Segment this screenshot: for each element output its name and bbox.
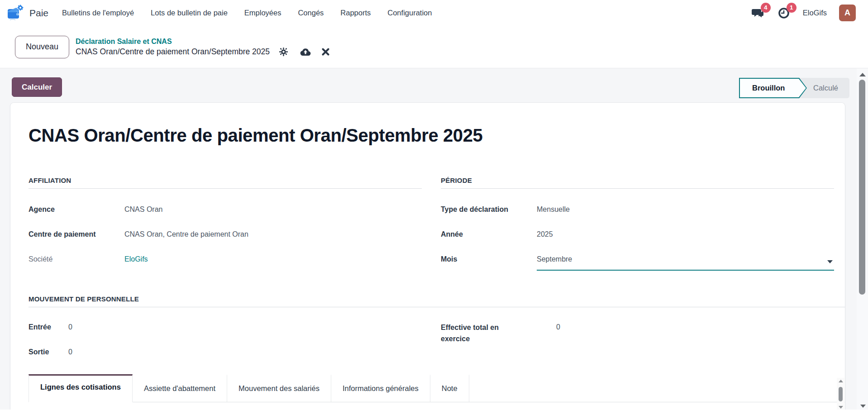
menu-configuration[interactable]: Configuration <box>387 9 432 17</box>
mois-selected-value: Septembre <box>537 255 572 263</box>
field-label-type-declaration: Type de déclaration <box>441 204 537 215</box>
chevron-down-icon <box>827 260 833 263</box>
breadcrumb-current: CNAS Oran/Centre de paiement Oran/Septem… <box>76 47 270 57</box>
nav-right: 4 1 EloGifs A <box>751 5 868 21</box>
activities-button[interactable]: 1 <box>777 6 791 20</box>
field-label-sortie: Sortie <box>29 347 68 357</box>
top-nav: Paie Bulletins de l'employé Lots de bull… <box>0 0 868 26</box>
save-cloud-icon[interactable] <box>300 48 311 56</box>
field-label-centre-paiement: Centre de paiement <box>29 229 124 239</box>
menu-lots-bulletin[interactable]: Lots de bulletin de paie <box>151 9 228 17</box>
form-sheet: CNAS Oran/Centre de paiement Oran/Septem… <box>10 102 845 410</box>
group-affiliation: AFFILIATION Agence CNAS Oran Centre de p… <box>29 176 422 279</box>
mouvement-right-column: Effective total en exercice 0 <box>441 322 834 372</box>
field-row-sortie: Sortie 0 <box>29 347 422 372</box>
field-row-societe: Société EloGifs <box>29 254 422 279</box>
paie-app-icon <box>6 4 24 23</box>
tab-lignes-cotisations[interactable]: Lignes des cotisations <box>29 374 133 402</box>
settings-gear-icon[interactable] <box>279 47 288 57</box>
field-row-effectif-total: Effective total en exercice 0 <box>441 322 834 347</box>
field-row-type-declaration: Type de déclaration Mensuelle <box>441 204 834 229</box>
breadcrumb: Déclaration Salaire et CNAS CNAS Oran/Ce… <box>76 38 329 57</box>
group-periode: PÉRIODE Type de déclaration Mensuelle An… <box>441 176 834 279</box>
field-label-entree: Entrée <box>29 322 68 332</box>
main-scrollbar[interactable] <box>857 68 868 410</box>
group-mouvement: MOUVEMENT DE PERSONNELLE Entrée 0 Sortie… <box>29 295 845 372</box>
field-value-centre-paiement: CNAS Oran, Centre de paiement Oran <box>124 229 248 239</box>
menu-bulletins-employe[interactable]: Bulletins de l'employé <box>62 9 134 17</box>
mouvement-heading: MOUVEMENT DE PERSONNELLE <box>29 295 845 307</box>
field-value-societe-link[interactable]: EloGifs <box>124 254 148 264</box>
status-step-brouillon[interactable]: Brouillon <box>739 78 807 98</box>
field-value-type-declaration: Mensuelle <box>537 204 570 215</box>
new-record-button[interactable]: Nouveau <box>15 36 69 58</box>
mois-select[interactable]: Septembre <box>537 254 834 271</box>
field-value-agence: CNAS Oran <box>124 204 162 215</box>
content-area: Calculer Calculé Brouillon CNAS Oran/Cen… <box>0 68 868 410</box>
tab-informations-generales[interactable]: Informations générales <box>331 374 430 402</box>
user-avatar[interactable]: A <box>839 5 856 21</box>
activities-badge: 1 <box>787 3 796 13</box>
field-row-agence: Agence CNAS Oran <box>29 204 422 229</box>
field-value-entree: 0 <box>68 322 72 332</box>
status-pipeline: Calculé Brouillon <box>739 78 849 98</box>
field-label-agence: Agence <box>29 204 124 215</box>
periode-heading: PÉRIODE <box>441 176 834 189</box>
field-label-effectif-total: Effective total en exercice <box>441 322 556 344</box>
mouvement-left-column: Entrée 0 Sortie 0 <box>29 322 422 372</box>
discard-x-icon[interactable] <box>322 48 329 56</box>
messages-button[interactable]: 4 <box>751 6 765 20</box>
tab-content-scrollbar[interactable] <box>837 378 844 410</box>
main-scroll-down-arrow-icon[interactable] <box>860 405 866 408</box>
main-menu: Bulletins de l'employé Lots de bulletin … <box>62 9 432 17</box>
field-value-sortie: 0 <box>68 347 72 357</box>
company-switcher[interactable]: EloGifs <box>803 9 827 17</box>
field-label-annee: Année <box>441 229 537 239</box>
notebook-tabs: Lignes des cotisations Assiette d'abatte… <box>29 374 845 402</box>
app-name[interactable]: Paie <box>29 8 48 19</box>
scroll-up-arrow-icon[interactable] <box>839 380 843 382</box>
record-title: CNAS Oran/Centre de paiement Oran/Septem… <box>29 125 834 146</box>
messages-badge: 4 <box>761 3 771 13</box>
field-label-societe: Société <box>29 254 124 264</box>
menu-conges[interactable]: Congés <box>298 9 324 17</box>
control-panel: Nouveau Déclaration Salaire et CNAS CNAS… <box>0 26 868 68</box>
scroll-down-arrow-icon[interactable] <box>839 406 843 409</box>
tab-mouvement-salaries[interactable]: Mouvement des salariés <box>227 374 331 402</box>
app-brand[interactable]: Paie <box>6 4 48 23</box>
menu-employees[interactable]: Employées <box>244 9 281 17</box>
main-scroll-up-arrow-icon[interactable] <box>859 73 866 76</box>
field-label-mois: Mois <box>441 254 537 264</box>
tab-assiette-abattement[interactable]: Assiette d'abattement <box>133 374 227 402</box>
field-row-entree: Entrée 0 <box>29 322 422 347</box>
menu-rapports[interactable]: Rapports <box>340 9 371 17</box>
main-scrollbar-thumb[interactable] <box>859 80 865 295</box>
field-row-annee: Année 2025 <box>441 229 834 254</box>
tab-note[interactable]: Note <box>430 374 469 402</box>
field-value-annee: 2025 <box>537 229 553 239</box>
compute-button[interactable]: Calculer <box>12 77 62 97</box>
field-value-effectif-total: 0 <box>556 322 560 332</box>
affiliation-heading: AFFILIATION <box>29 176 422 189</box>
field-row-mois: Mois Septembre <box>441 254 834 279</box>
field-row-centre-paiement: Centre de paiement CNAS Oran, Centre de … <box>29 229 422 254</box>
tab-scrollbar-thumb[interactable] <box>839 387 843 401</box>
breadcrumb-parent-link[interactable]: Déclaration Salaire et CNAS <box>76 38 329 46</box>
